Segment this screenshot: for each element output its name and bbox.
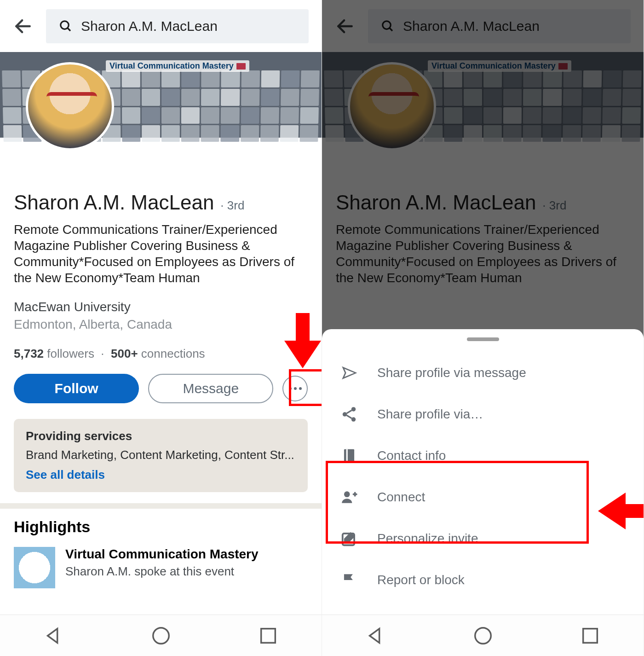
- phone-right: Sharon A.M. MacLean Virtual Communicatio…: [322, 0, 644, 656]
- highlights-heading: Highlights: [14, 518, 308, 536]
- profile-name: Sharon A.M. MacLean: [14, 191, 214, 214]
- name-row: Sharon A.M. MacLean · 3rd: [14, 191, 308, 214]
- search-text: Sharon A.M. MacLean: [81, 18, 218, 34]
- highlight-title: Virtual Communication Mastery: [65, 547, 259, 562]
- topbar: Sharon A.M. MacLean: [0, 0, 322, 52]
- svg-rect-12: [344, 449, 354, 463]
- svg-rect-18: [583, 628, 597, 643]
- sheet-item-share-message[interactable]: Share profile via message: [322, 352, 644, 394]
- nav-home-icon[interactable]: [150, 625, 172, 646]
- contact-icon: [340, 447, 358, 464]
- sheet-item-report[interactable]: Report or block: [322, 559, 644, 601]
- highlight-item[interactable]: Virtual Communication Mastery Sharon A.M…: [14, 547, 308, 588]
- back-icon[interactable]: [13, 16, 33, 36]
- svg-point-10: [343, 412, 347, 417]
- services-title: Providing services: [26, 429, 296, 443]
- highlights-section: Highlights Virtual Communication Mastery…: [0, 509, 322, 588]
- avatar[interactable]: [26, 62, 114, 151]
- svg-point-11: [351, 417, 356, 422]
- university: MacEwan University: [14, 300, 308, 314]
- cover-title: Virtual Communication Mastery: [106, 60, 249, 72]
- svg-marker-16: [369, 628, 379, 643]
- svg-point-14: [344, 491, 350, 497]
- more-actions-button[interactable]: [282, 376, 308, 401]
- svg-rect-5: [261, 628, 275, 643]
- phone-left: Sharon A.M. MacLean Virtual Communicatio…: [0, 0, 322, 656]
- action-row: Follow Message: [14, 374, 308, 403]
- svg-point-4: [153, 627, 169, 644]
- location: Edmonton, Alberta, Canada: [14, 317, 308, 332]
- svg-rect-13: [346, 449, 348, 463]
- degree: · 3rd: [220, 198, 244, 213]
- share-icon: [340, 406, 358, 423]
- sheet-item-connect[interactable]: Connect: [322, 476, 644, 518]
- sheet-item-share-via[interactable]: Share profile via…: [322, 394, 644, 435]
- nav-recent-icon[interactable]: [258, 625, 279, 646]
- svg-point-9: [351, 407, 356, 412]
- paper-plane-icon: [340, 364, 358, 382]
- services-line: Brand Marketing, Content Marketing, Cont…: [26, 448, 296, 462]
- svg-point-17: [475, 627, 491, 644]
- sheet-item-personalize-invite[interactable]: Personalize invite: [322, 518, 644, 559]
- svg-line-2: [68, 28, 70, 30]
- section-divider: [0, 503, 322, 509]
- search-icon: [59, 19, 73, 33]
- android-navbar: [322, 615, 644, 656]
- cover-banner[interactable]: Virtual Communication Mastery: [0, 52, 322, 138]
- headline: Remote Communications Trainer/Experience…: [14, 221, 308, 286]
- highlight-subtitle: Sharon A.M. spoke at this event: [65, 564, 259, 579]
- services-card[interactable]: Providing services Brand Marketing, Cont…: [14, 419, 308, 492]
- sheet-item-contact-info[interactable]: Contact info: [322, 435, 644, 476]
- action-sheet: Share profile via message Share profile …: [322, 329, 644, 615]
- follow-button[interactable]: Follow: [14, 374, 139, 403]
- person-add-icon: [340, 488, 358, 506]
- stats-row: 5,732 followers · 500+ connections: [14, 347, 308, 361]
- services-link[interactable]: See all details: [26, 468, 296, 482]
- search-input[interactable]: Sharon A.M. MacLean: [46, 9, 309, 43]
- flag-icon: [340, 571, 358, 589]
- compose-icon: [340, 530, 358, 547]
- svg-point-1: [61, 21, 69, 29]
- nav-back-icon[interactable]: [43, 625, 64, 646]
- android-navbar: [0, 615, 322, 656]
- nav-back-icon[interactable]: [365, 625, 386, 646]
- cover-logo-icon: [236, 63, 246, 70]
- profile-body: Sharon A.M. MacLean · 3rd Remote Communi…: [0, 191, 322, 492]
- highlight-thumb: [14, 547, 55, 588]
- svg-marker-3: [47, 628, 57, 643]
- nav-recent-icon[interactable]: [580, 625, 601, 646]
- nav-home-icon[interactable]: [472, 625, 494, 646]
- message-button[interactable]: Message: [148, 374, 273, 403]
- sheet-handle[interactable]: [467, 337, 499, 341]
